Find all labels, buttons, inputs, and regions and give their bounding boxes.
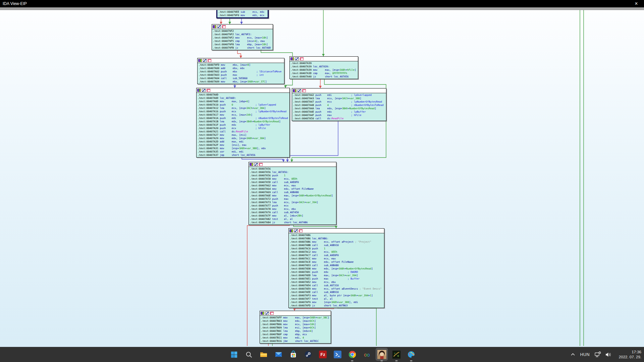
asm-line[interactable]: .text:004079F0 mov edi, ecx	[218, 14, 268, 17]
network-icon[interactable]	[594, 351, 601, 358]
asm-line[interactable]: .text:00407A10 push 0 ; lpOverlapped	[198, 103, 289, 107]
asm-line[interactable]: .text:00407AB6 mov ecx, offset aProject …	[290, 240, 384, 244]
taskbar-app-portrait-app[interactable]	[374, 347, 389, 362]
asm-line[interactable]: .text:00407A03 push eax ; int	[199, 73, 284, 77]
node-edit-icon[interactable]	[265, 312, 269, 315]
asm-line[interactable]: .text:00407A77 push ecx	[250, 204, 336, 207]
asm-line[interactable]: .text:00407AF7 test al, al	[290, 297, 384, 301]
asm-line[interactable]: .text:00407ADC push edx ; DWORD	[290, 270, 384, 274]
node-color-icon[interactable]	[289, 229, 293, 232]
node-info-icon[interactable]	[207, 89, 210, 92]
asm-line[interactable]: .text:00407AF9 mov [esp+3A8h+var_388], e…	[290, 301, 384, 304]
window-titlebar[interactable]: IDA View-EIP ×	[0, 0, 644, 7]
asm-line[interactable]: .text:00407B0F cmp ebp, ecx	[261, 333, 331, 336]
asm-line[interactable]: .text:00407AD3 call sub_40BA80	[290, 264, 384, 267]
node-color-icon[interactable]	[213, 25, 216, 28]
node-info-icon[interactable]	[259, 163, 263, 166]
asm-line[interactable]: .text:00407A50 call ds:ReadFile	[293, 117, 386, 120]
asm-line[interactable]: .text:00407AE2 mov ecx, ebx	[290, 281, 384, 284]
graph-node-00407AFF[interactable]: .text:00407AFF mov eax, [esp+3A8h+var_38…	[260, 311, 331, 344]
asm-line[interactable]: .text:00407B03 mov edx, [eax+0Ch]	[261, 319, 331, 323]
asm-line[interactable]: .text:00407A09 mov ebx, [esp+3A8h+var_37…	[199, 80, 284, 83]
asm-line[interactable]: .text:00407A2D add eax, edi	[198, 140, 289, 143]
asm-line[interactable]: .text:00407A1F push edx ; lpBuffer	[198, 123, 289, 127]
asm-line[interactable]: .text:00407B09 lea esi, [eax+0Ch]	[261, 326, 331, 329]
graph-node-004079FD[interactable]: .text:004079FD mov ebx, [eax+8].text:004…	[197, 58, 284, 84]
asm-line[interactable]: .text:00407AEE call sub_40B910	[290, 291, 384, 294]
asm-line[interactable]: .text:00407A37 jmp short loc_407A56	[198, 154, 289, 157]
node-info-icon[interactable]	[222, 25, 226, 28]
asm-line[interactable]: .text:00407A4E push edx ; lpBuffer	[293, 110, 386, 114]
graph-node-004079EE[interactable]: .text:004079EE sub ecx, edx.text:004079F…	[216, 9, 269, 18]
asm-line[interactable]: .text:00407AF3 mov al, byte ptr [esp+3A8…	[290, 294, 384, 297]
asm-line[interactable]: .text:00407A4A lea edx, [esp+3B4h+Number…	[293, 107, 386, 110]
asm-line[interactable]: .text:00407A78 mov ecx, ebx	[250, 207, 336, 211]
node-color-icon[interactable]	[293, 89, 297, 92]
asm-line[interactable]: .text:00407A3D cmp eax, 0FFFFFFFFh	[291, 72, 358, 75]
node-edit-icon[interactable]	[203, 59, 207, 62]
asm-line[interactable]: .text:00407A73 lea ecx, [esp+3ACh+var_39…	[250, 201, 336, 204]
asm-line[interactable]: .text:00407A56 loc_407A56:	[250, 171, 336, 174]
asm-line[interactable]: .text:004079F2	[213, 29, 273, 33]
asm-line[interactable]: .text:00407A12 lea ecx, [esp+3ACh+var_38…	[198, 107, 289, 110]
tray-chevron-up-icon[interactable]	[571, 353, 575, 356]
asm-line[interactable]: .text:00407A84 jz short loc_407AB6	[250, 221, 336, 224]
asm-line[interactable]: .text:00407A40 jz short loc_407A56	[291, 75, 358, 78]
asm-line[interactable]: .text:00407A16 push ecx ; lpNumberOfByte…	[198, 110, 289, 113]
asm-line[interactable]: .text:00407A69 call sub_40BA80	[250, 191, 336, 194]
node-color-icon[interactable]	[250, 163, 253, 166]
node-edit-icon[interactable]	[254, 163, 258, 166]
asm-line[interactable]: .text:00407A20 push ecx ; hFile	[198, 127, 289, 130]
asm-line[interactable]: .text:00407A21 call ds:ReadFile	[198, 130, 289, 133]
asm-line[interactable]: .text:00407AFD jz short loc_407B63	[290, 304, 384, 307]
asm-line[interactable]: .text:00407A7F mov al, [ebx+2Bh]	[250, 214, 336, 218]
graph-node-loc_407AB6[interactable]: .text:00407AB6.text:00407AB6 loc_407AB6:…	[288, 228, 384, 308]
asm-line[interactable]: .text:004079F5 cmp [ecx+4], eax	[213, 40, 273, 43]
asm-line[interactable]: .text:00407ADD lea eax, [esp+3ACh+var_39…	[290, 274, 384, 277]
node-edit-icon[interactable]	[202, 89, 206, 92]
asm-line[interactable]: .text:00407AC2 mov ecx, 0EEh	[290, 250, 384, 254]
asm-line[interactable]: .text:00407AE4 call sub_407310	[290, 284, 384, 287]
taskbar-app-search[interactable]	[241, 347, 256, 362]
node-info-icon[interactable]	[300, 57, 304, 60]
asm-line[interactable]: .text:00407A35 xor edi, edi	[198, 150, 289, 154]
volume-icon[interactable]	[605, 351, 612, 358]
node-edit-icon[interactable]	[217, 25, 221, 28]
asm-line[interactable]: .text:00407A27 mov eax, [esi]	[198, 133, 289, 137]
asm-line[interactable]: .text:00407AB6 loc_407AB6:	[290, 237, 384, 240]
asm-line[interactable]: .text:00407A47 push ecx ; lpNumberOfByte…	[293, 100, 386, 104]
asm-line[interactable]: .text:00407A39 loc_407A39:	[291, 65, 358, 68]
asm-line[interactable]: .text:00407AE1 push eax ; Buffer	[290, 277, 384, 281]
asm-line[interactable]: .text:004079FD mov ebx, [eax+8]	[199, 63, 284, 67]
taskbar-app-dragon-game[interactable]	[389, 347, 404, 362]
taskbar-app-microsoft-store[interactable]	[286, 347, 301, 362]
asm-line[interactable]: .text:00407A1A push edi ; nNumberOfBytes…	[198, 117, 289, 120]
asm-line[interactable]: .text:00407A58 mov ecx, 0EDh	[250, 177, 336, 181]
asm-line[interactable]: .text:00407A39	[291, 62, 358, 65]
taskbar-app-chrome[interactable]	[345, 347, 360, 362]
node-edit-icon[interactable]	[298, 89, 301, 92]
graph-node-loc_407A56[interactable]: .text:00407A56.text:00407A56 loc_407A56:…	[249, 162, 336, 225]
node-edit-icon[interactable]	[294, 229, 298, 232]
asm-line[interactable]: .text:00407A7A call sub_407450	[250, 211, 336, 214]
asm-line[interactable]: .text:00407A0D loc_407A0D:	[198, 97, 289, 100]
node-color-icon[interactable]	[197, 89, 201, 92]
asm-line[interactable]: .text:00407A0D mov eax, [ebp+0]	[198, 100, 289, 103]
asm-line[interactable]: .text:00407AE9 mov ecx, offset aEventDes…	[290, 287, 384, 291]
taskbar-app-powershell[interactable]	[330, 347, 345, 362]
asm-line[interactable]: .text:00407A42 push edi ; lpOverlapped	[293, 94, 386, 97]
tray-language-indicator[interactable]: HUN	[579, 352, 591, 357]
graph-node-loc_407A39[interactable]: .text:00407A39.text:00407A39 loc_407A39:…	[289, 56, 358, 79]
taskbar-app-steam[interactable]	[301, 347, 315, 362]
asm-line[interactable]: .text:00407A00 add ebx, edx	[199, 67, 284, 70]
graph-node-loc_4079F2[interactable]: .text:004079F2.text:004079F2 loc_4079F2:…	[212, 24, 273, 50]
asm-line[interactable]: .text:00407AC0 push 1	[290, 247, 384, 250]
asm-line[interactable]: .text:00407A56 push 1	[250, 174, 336, 177]
taskbar-clock[interactable]: 17:36 2022. 07. 29.	[615, 350, 641, 360]
close-button[interactable]: ×	[629, 0, 644, 7]
node-info-icon[interactable]	[302, 89, 306, 92]
node-info-icon[interactable]	[270, 312, 274, 315]
asm-line[interactable]: .text:00407B06 mov ecx, [eax+10h]	[261, 323, 331, 326]
asm-line[interactable]: .text:00407A17 mov ecx, [eax+24h]	[198, 113, 289, 117]
asm-line[interactable]: .text:00407B0C lea ebp, [edx+4]	[261, 329, 331, 333]
